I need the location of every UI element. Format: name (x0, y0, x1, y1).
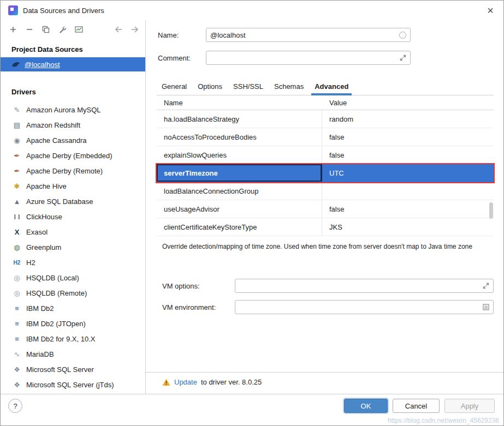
tab[interactable]: SSH/SSL (228, 79, 268, 95)
cancel-button[interactable]: Cancel (393, 399, 440, 413)
table-row[interactable]: clientCertificateKeyStoreType JKS (157, 218, 494, 236)
mariadb-icon: ∿ (11, 350, 22, 358)
table-row[interactable]: ha.loadBalanceStrategy random (157, 110, 494, 128)
table-header: Name Value (157, 95, 494, 110)
option-value-cell[interactable]: UTC (322, 164, 494, 182)
vertical-scrollbar-thumb[interactable] (489, 202, 493, 219)
option-value-cell[interactable]: false (322, 200, 494, 218)
sidebar-item-localhost[interactable]: @localhost (1, 57, 145, 71)
driver-item[interactable]: H2 H2 (1, 255, 145, 270)
update-notice-text: to driver ver. 8.0.25 (201, 378, 262, 386)
diagnostics-chart-icon[interactable] (74, 25, 84, 34)
close-icon[interactable]: × (485, 4, 496, 17)
expand-icon[interactable] (483, 283, 489, 289)
tab[interactable]: Advanced (310, 79, 353, 95)
option-name-cell[interactable]: clientCertificateKeyStoreType (157, 218, 322, 236)
driver-item[interactable]: ≡ IBM Db2 (JTOpen) (1, 316, 145, 331)
option-value-cell[interactable] (322, 182, 494, 200)
tab[interactable]: Options (193, 79, 227, 95)
tab[interactable]: Schemas (269, 79, 309, 95)
expand-icon[interactable] (400, 55, 406, 61)
watermark-text: https://blog.csdn.net/weixin_45629236 (388, 417, 499, 424)
azure-sql-icon: ▲ (11, 197, 22, 206)
vm-environment-label: VM environment: (162, 303, 235, 311)
variables-list-icon[interactable] (483, 304, 489, 310)
option-name-cell[interactable]: useUsageAdvisor (157, 200, 322, 218)
dialog-footer: ? OK Cancel Apply https://blog.csdn.net/… (1, 394, 503, 425)
update-driver-link[interactable]: Update (174, 378, 197, 386)
tab-label: SSH/SSL (233, 82, 263, 91)
column-header-value[interactable]: Value (322, 99, 347, 107)
data-sources-dialog: Data Sources and Drivers × (0, 0, 504, 426)
driver-item-label: Amazon Redshift (26, 121, 80, 129)
driver-properties-wrench-icon[interactable] (57, 25, 67, 34)
duplicate-icon[interactable] (41, 25, 51, 34)
driver-item[interactable]: ✒ Apache Derby (Remote) (1, 163, 145, 178)
cassandra-icon: ◉ (11, 136, 22, 145)
apply-button[interactable]: Apply (444, 399, 495, 413)
driver-item[interactable]: ◎ HSQLDB (Local) (1, 270, 145, 285)
hsqldb-icon: ◎ (11, 289, 22, 297)
driver-item[interactable]: ≡ IBM Db2 for 9.X, 10.X (1, 331, 145, 346)
table-row[interactable]: loadBalanceConnectionGroup (157, 182, 494, 200)
forward-arrow-icon[interactable] (130, 25, 140, 34)
exasol-icon: X (11, 228, 22, 236)
driver-item[interactable]: ✒ Apache Derby (Embedded) (1, 148, 145, 163)
mssql-icon: ❖ (11, 365, 22, 374)
datagrip-app-icon (8, 5, 18, 15)
option-value-cell[interactable]: random (322, 110, 494, 128)
help-button[interactable]: ? (8, 399, 22, 413)
mysql-dolphin-icon (11, 60, 20, 69)
driver-item[interactable]: X Exasol (1, 224, 145, 239)
remove-icon[interactable] (25, 25, 34, 34)
table-row[interactable]: noAccessToProcedureBodies false (157, 128, 494, 146)
driver-item[interactable]: ❖ Microsoft SQL Server (jTds) (1, 377, 145, 392)
option-name-cell[interactable]: serverTimezone (157, 164, 322, 182)
driver-item[interactable]: ≡ IBM Db2 (1, 301, 145, 316)
driver-item[interactable]: ✎ Amazon Aurora MySQL (1, 102, 145, 117)
table-row[interactable]: useUsageAdvisor false (157, 200, 494, 218)
option-name-cell[interactable]: loadBalanceConnectionGroup (157, 182, 322, 200)
vm-environment-input[interactable] (239, 303, 479, 311)
add-icon[interactable] (8, 25, 18, 34)
driver-item[interactable]: ◍ Greenplum (1, 239, 145, 255)
option-value-cell[interactable]: false (322, 128, 494, 146)
driver-item[interactable]: ❖ Microsoft SQL Server (1, 362, 145, 377)
data-source-settings-panel: Name: Comment: Gene (146, 20, 503, 394)
ok-button[interactable]: OK (344, 399, 388, 413)
driver-item-label: Apache Hive (26, 182, 67, 190)
driver-item[interactable]: ▲ Azure SQL Database (1, 194, 145, 209)
hsqldb-icon: ◎ (11, 274, 22, 282)
vm-options-label: VM options: (162, 282, 235, 290)
ibm-db2-icon: ≡ (11, 320, 22, 328)
derby-icon: ✒ (11, 152, 22, 160)
driver-item[interactable]: ❙❙ ClickHouse (1, 209, 145, 224)
column-header-name[interactable]: Name (157, 99, 322, 107)
driver-item[interactable]: ▤ Amazon Redshift (1, 117, 145, 133)
driver-item[interactable]: ∿ MariaDB (1, 346, 145, 362)
option-name-cell[interactable]: explainSlowQueries (157, 146, 322, 164)
driver-item-label: ClickHouse (26, 213, 62, 221)
option-name-cell[interactable]: ha.loadBalanceStrategy (157, 110, 322, 128)
driver-item-label: HSQLDB (Remote) (26, 289, 87, 297)
project-data-sources-header: Project Data Sources (11, 45, 145, 53)
option-name-cell[interactable]: noAccessToProcedureBodies (157, 128, 322, 146)
driver-item[interactable]: ✱ Apache Hive (1, 178, 145, 194)
driver-item-label: H2 (26, 259, 35, 267)
sidebar-item-label: @localhost (25, 61, 60, 69)
table-row[interactable]: serverTimezone UTC (157, 164, 494, 182)
option-value-cell[interactable]: false (322, 146, 494, 164)
table-row[interactable]: explainSlowQueries false (157, 146, 494, 164)
tab[interactable]: General (157, 79, 192, 95)
driver-item[interactable]: ◎ HSQLDB (Remote) (1, 285, 145, 301)
driver-item[interactable]: ◉ Apache Cassandra (1, 133, 145, 148)
option-description: Override detection/mapping of time zone.… (162, 243, 494, 250)
vm-options-input[interactable] (239, 282, 479, 290)
settings-tabs: General Options SSH/SSL Schemas (157, 79, 494, 95)
name-label: Name: (158, 31, 206, 39)
name-input[interactable] (210, 31, 396, 39)
comment-input[interactable] (210, 54, 396, 62)
back-arrow-icon[interactable] (114, 25, 123, 34)
vm-options-field-wrap (235, 279, 494, 293)
option-value-cell[interactable]: JKS (322, 218, 494, 236)
